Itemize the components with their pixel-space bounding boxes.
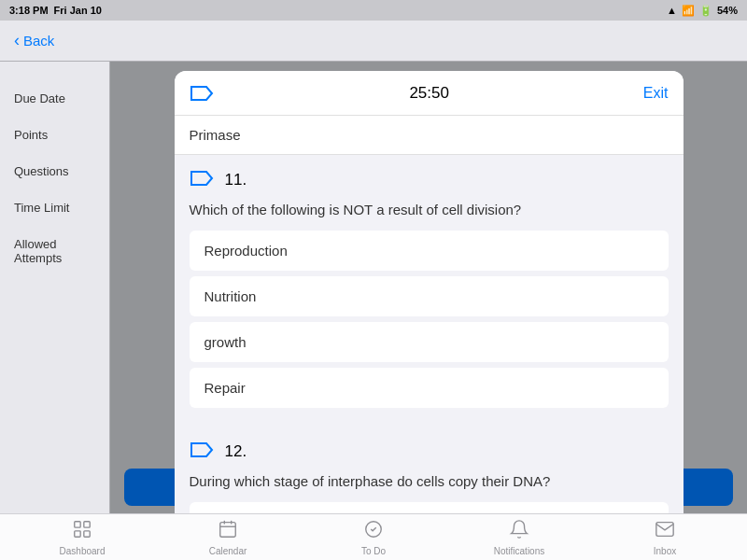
svg-rect-1 (84, 521, 90, 526)
sidebar-item-points[interactable]: Points (0, 117, 109, 153)
wifi-icon: ▲ (667, 5, 677, 16)
answer-option-reproduction[interactable]: Reproduction (190, 231, 669, 271)
back-button[interactable]: ‹ Back (14, 31, 54, 50)
tab-calendar-label: Calendar (209, 546, 247, 556)
question-12-flag-icon[interactable] (190, 441, 216, 462)
question-11-text: Which of the following is NOT a result o… (190, 200, 669, 219)
content-background: 25:50 Exit Primase (110, 62, 747, 513)
back-label: Back (23, 33, 54, 49)
signal-icon: 📶 (682, 5, 695, 17)
modal-timer: 25:50 (409, 84, 449, 103)
status-bar-left: 3:18 PM Fri Jan 10 (9, 5, 102, 16)
notifications-icon (509, 519, 529, 544)
tab-calendar[interactable]: Calendar (155, 519, 301, 556)
question-11-header: 11. (190, 170, 669, 190)
tab-todo[interactable]: To Do (301, 519, 446, 556)
sidebar-item-time-limit[interactable]: Time Limit (0, 189, 109, 226)
flag-icon (190, 85, 216, 102)
tab-dashboard-label: Dashboard (60, 546, 106, 556)
answer-option-repair[interactable]: Repair (190, 368, 669, 408)
exit-button[interactable]: Exit (643, 85, 669, 102)
battery-percent: 54% (717, 5, 738, 16)
todo-icon (363, 519, 384, 544)
top-nav: ‹ Back (0, 21, 747, 62)
svg-rect-3 (84, 530, 90, 536)
svg-rect-4 (220, 522, 236, 537)
question-12-number: 12. (225, 442, 247, 461)
status-bar-right: ▲ 📶 🔋 54% (667, 5, 738, 17)
question-12-header: 12. (190, 441, 669, 462)
svg-rect-2 (75, 530, 80, 536)
answer-option-nutrition[interactable]: Nutrition (190, 276, 669, 316)
tab-notifications[interactable]: Notifications (446, 519, 592, 556)
previous-answer: Primase (175, 116, 684, 155)
question-11-flag-icon[interactable] (190, 170, 216, 190)
question-11-options: Reproduction Nutrition growth Repair (190, 231, 669, 408)
status-date: Fri Jan 10 (54, 5, 102, 16)
answer-option-growth[interactable]: growth (190, 322, 669, 362)
question-12-options: G0 G2 (190, 502, 669, 513)
sidebar-item-allowed-attempts[interactable]: Allowed Attempts (0, 226, 109, 276)
question-11-number: 11. (225, 171, 247, 189)
calendar-icon (218, 519, 238, 544)
tab-inbox-label: Inbox (654, 546, 676, 556)
modal-overlay: 25:50 Exit Primase (110, 62, 747, 513)
tab-dashboard[interactable]: Dashboard (9, 519, 155, 556)
battery-icon: 🔋 (699, 5, 712, 17)
status-bar: 3:18 PM Fri Jan 10 ▲ 📶 🔋 54% (0, 0, 747, 21)
sidebar-item-due-date[interactable]: Due Date (0, 80, 109, 117)
answer-option-g0[interactable]: G0 (190, 502, 669, 513)
main-area: Due Date Points Questions Time Limit All… (0, 62, 747, 513)
quiz-modal: 25:50 Exit Primase (175, 71, 684, 513)
tab-bar: Dashboard Calendar To Do (0, 513, 747, 560)
inbox-icon (655, 519, 675, 544)
question-12-text: During which stage of interphase do cell… (190, 471, 669, 491)
sidebar: Due Date Points Questions Time Limit All… (0, 62, 110, 513)
tab-notifications-label: Notifications (494, 546, 544, 556)
modal-header: 25:50 Exit (175, 71, 684, 116)
tab-todo-label: To Do (361, 546, 386, 556)
tab-inbox[interactable]: Inbox (592, 519, 738, 556)
back-chevron-icon: ‹ (14, 31, 20, 50)
sidebar-item-questions[interactable]: Questions (0, 153, 109, 189)
question-11-block: 11. Which of the following is NOT a resu… (175, 155, 684, 427)
status-time: 3:18 PM (9, 5, 49, 16)
modal-content[interactable]: Primase 11. Which of (175, 116, 684, 513)
svg-rect-0 (75, 521, 80, 526)
ipad-background: ‹ Back Due Date Points Questions Time Li… (0, 21, 747, 560)
question-12-block: 12. During which stage of interphase do … (175, 427, 684, 513)
dashboard-icon (72, 519, 92, 544)
